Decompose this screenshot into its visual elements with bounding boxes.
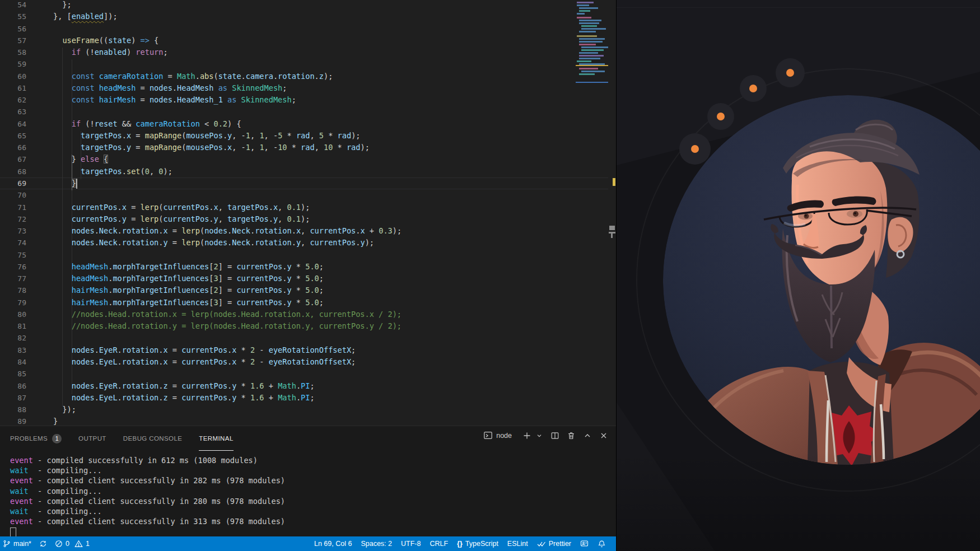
terminal-line: wait - compiling... — [10, 506, 285, 516]
code-line: } — [0, 415, 616, 426]
close-panel-icon[interactable] — [599, 431, 608, 440]
prettier-status-item[interactable]: Prettier — [537, 540, 571, 548]
sash-grip-icon[interactable] — [609, 226, 615, 230]
cursor-position-item[interactable]: Ln 69, Col 6 — [314, 540, 352, 548]
kill-terminal-icon[interactable] — [567, 431, 576, 440]
git-branch-item[interactable]: main* — [3, 540, 31, 548]
minimap-line — [579, 10, 590, 12]
language-label: TypeScript — [465, 540, 498, 548]
panel-tab-label: TERMINAL — [199, 427, 233, 450]
braces-icon: {} — [457, 540, 463, 548]
minimap-line — [579, 68, 598, 69]
code-line: }; — [0, 0, 616, 11]
problems-count-badge: 1 — [52, 434, 62, 443]
eslint-status-item[interactable]: ESLint — [507, 540, 528, 548]
terminal-line: event - compiled successfully in 612 ms … — [10, 455, 285, 465]
code-line: nodes.EyeL.rotation.z = currentPos.y * 1… — [0, 392, 616, 404]
code-line: currentPos.x = lerp(currentPos.x, target… — [0, 202, 616, 213]
errors-icon — [55, 540, 63, 548]
feedback-icon — [580, 540, 589, 548]
new-terminal-icon[interactable] — [522, 431, 531, 440]
status-bar-right: Ln 69, Col 6 Spaces: 2 UTF-8 CRLF {} Typ… — [314, 540, 606, 548]
code-content[interactable]: };}, [enabled]); useFrame((state) => { i… — [0, 0, 616, 426]
eol-item[interactable]: CRLF — [430, 540, 448, 548]
minimap-line — [579, 31, 596, 32]
double-check-icon — [537, 540, 546, 548]
git-branch-icon — [3, 540, 11, 548]
code-line: const hairMesh = nodes.HeadMesh_1 as Ski… — [0, 94, 616, 106]
browser-preview-panel — [616, 0, 980, 551]
feedback-button[interactable] — [580, 540, 589, 548]
panel-tab-bar: PROBLEMS1OUTPUTDEBUG CONSOLETERMINAL — [10, 426, 234, 451]
minimap-line — [579, 73, 595, 75]
warning-count: 1 — [86, 540, 90, 548]
modified-line-marker — [613, 178, 615, 186]
terminal-shell-selector[interactable]: node — [483, 431, 512, 440]
terminal-dropdown-icon[interactable] — [535, 432, 543, 440]
maximize-panel-icon[interactable] — [583, 431, 592, 440]
code-line: useFrame((state) => { — [0, 35, 616, 46]
terminal-line: event - compiled client successfully in … — [10, 496, 285, 506]
code-line — [0, 23, 616, 35]
code-line: //nodes.Head.rotation.y = lerp(nodes.Hea… — [0, 320, 616, 332]
bottom-panel: PROBLEMS1OUTPUTDEBUG CONSOLETERMINAL nod… — [0, 426, 616, 536]
minimap-line — [577, 2, 594, 3]
minimap-line — [577, 60, 591, 62]
panel-tab-terminal[interactable]: TERMINAL — [199, 427, 233, 451]
error-count: 0 — [66, 540, 69, 548]
minimap-line — [581, 46, 608, 48]
code-line: }); — [0, 404, 616, 415]
code-line: } — [0, 178, 616, 189]
minimap-line — [579, 41, 603, 43]
panel-tab-output[interactable]: OUTPUT — [78, 427, 106, 450]
sync-changes-button[interactable] — [39, 540, 47, 548]
bottom-vignette — [617, 0, 980, 551]
code-line: targetPos.set(0, 0); — [0, 166, 616, 178]
minimap-line — [581, 71, 605, 72]
code-line: }, [enabled]); — [0, 11, 616, 22]
minimap[interactable] — [576, 0, 608, 95]
minimap-line — [579, 22, 599, 24]
indentation-item[interactable]: Spaces: 2 — [361, 540, 392, 548]
terminal-shell-icon — [483, 431, 493, 440]
terminal-line: wait - compiling... — [10, 486, 285, 496]
code-line: targetPos.y = mapRange(mousePos.x, -1, 1… — [0, 142, 616, 153]
text-cursor — [76, 179, 77, 189]
status-bar-left: main* 0 — [0, 540, 90, 548]
notifications-button[interactable] — [598, 540, 606, 548]
code-line: targetPos.x = mapRange(mousePos.y, -1, 1… — [0, 130, 616, 142]
panel-tab-debug-console[interactable]: DEBUG CONSOLE — [123, 427, 183, 450]
panel-tab-label: PROBLEMS — [10, 427, 48, 450]
code-line: hairMesh.morphTargetInfluences[3] = curr… — [0, 297, 616, 309]
minimap-line — [579, 38, 605, 40]
code-line — [0, 332, 616, 344]
sash-grip-icon[interactable] — [611, 234, 613, 238]
encoding-item[interactable]: UTF-8 — [401, 540, 421, 548]
language-mode-item[interactable]: {} TypeScript — [457, 540, 498, 548]
code-editor[interactable]: 5455565758596061626364656667686970717273… — [0, 0, 616, 426]
minimap-line — [577, 13, 585, 15]
code-line — [0, 189, 616, 201]
minimap-line — [579, 44, 596, 45]
minimap-line — [581, 28, 606, 30]
prettier-label: Prettier — [549, 540, 571, 548]
problems-status-item[interactable]: 0 1 — [55, 540, 90, 548]
terminal-cursor — [10, 527, 16, 537]
vscode-window: 5455565758596061626364656667686970717273… — [0, 0, 616, 551]
panel-tab-problems[interactable]: PROBLEMS1 — [10, 427, 62, 450]
split-terminal-icon[interactable] — [550, 431, 559, 440]
screen: 5455565758596061626364656667686970717273… — [0, 0, 980, 551]
panel-tab-label: DEBUG CONSOLE — [123, 427, 183, 450]
overview-ruler[interactable] — [608, 0, 616, 426]
panel-actions: node — [483, 431, 608, 440]
code-line — [0, 106, 616, 118]
code-line: if (!reset && cameraRotation < 0.2) { — [0, 118, 616, 130]
terminal-output[interactable]: event - compiled successfully in 612 ms … — [10, 455, 285, 537]
minimap-line — [581, 25, 597, 27]
minimap-line — [579, 20, 601, 21]
code-line: nodes.EyeR.rotation.x = currentPos.x * 2… — [0, 344, 616, 356]
minimap-line — [579, 58, 600, 59]
terminal-shell-label: node — [496, 432, 512, 440]
minimap-line — [581, 49, 604, 51]
code-line: nodes.Neck.rotation.y = lerp(nodes.Neck.… — [0, 237, 616, 249]
